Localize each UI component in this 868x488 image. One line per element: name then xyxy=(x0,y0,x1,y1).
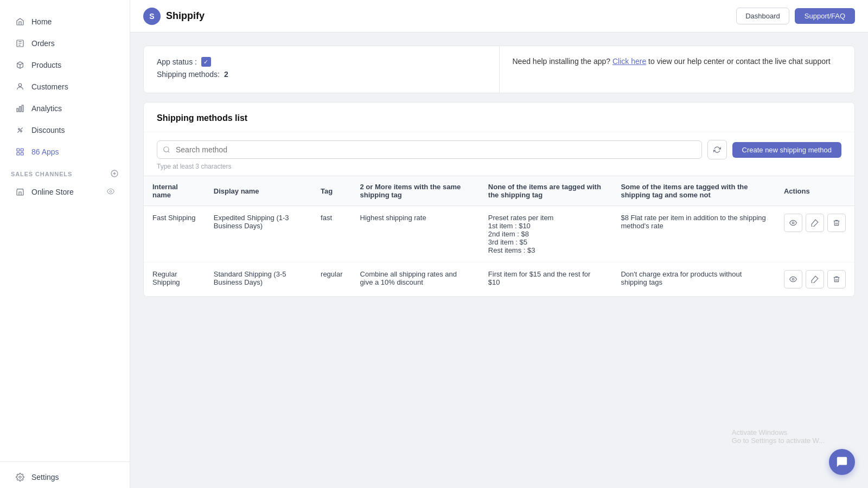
create-shipping-method-button[interactable]: Create new shipping method xyxy=(732,142,842,158)
sidebar-nav-settings[interactable]: Settings xyxy=(4,467,125,487)
cell-col-some: Don't charge extra for products without … xyxy=(612,262,775,297)
sidebar-nav-customers[interactable]: Customers xyxy=(4,76,125,97)
col-header-more: 2 or More items with the same shipping t… xyxy=(352,176,480,206)
shipping-methods-count: 2 xyxy=(224,70,228,79)
panel-title: Shipping methods list xyxy=(157,113,247,123)
col-header-tag: Tag xyxy=(312,176,351,206)
cell-col-some: $8 Flat rate per item in addition to the… xyxy=(612,206,775,262)
sidebar-orders-label: Orders xyxy=(31,39,55,48)
svg-rect-8 xyxy=(21,149,23,151)
cell-internal-name: Regular Shipping xyxy=(144,262,205,297)
svg-point-1 xyxy=(18,84,21,86)
analytics-icon xyxy=(15,104,25,113)
apps-icon xyxy=(15,147,25,157)
products-icon xyxy=(15,60,25,70)
cell-actions xyxy=(775,206,854,262)
sidebar-nav-apps[interactable]: 86 Apps xyxy=(4,142,125,162)
brand: S Shippify xyxy=(143,8,205,25)
sidebar-nav-discounts[interactable]: Discounts xyxy=(4,120,125,140)
svg-rect-4 xyxy=(22,105,23,112)
search-input[interactable] xyxy=(176,141,701,158)
info-card-left: App status : ✓ Shipping methods: 2 xyxy=(144,46,500,93)
edit-button[interactable] xyxy=(806,270,824,288)
panel-header: Shipping methods list xyxy=(144,102,854,132)
shipping-table: Internal name Display name Tag 2 or More… xyxy=(144,176,854,297)
col-header-internal: Internal name xyxy=(144,176,205,206)
app-status-label: App status : xyxy=(157,57,197,66)
svg-rect-10 xyxy=(21,152,23,155)
info-card: App status : ✓ Shipping methods: 2 Need … xyxy=(143,46,855,93)
sidebar-bottom: Settings xyxy=(0,461,130,488)
col-header-display: Display name xyxy=(205,176,312,206)
sidebar-nav-products[interactable]: Products xyxy=(4,55,125,75)
app-status-checkbox: ✓ xyxy=(201,57,211,67)
delete-button[interactable] xyxy=(827,214,846,232)
view-button[interactable] xyxy=(784,270,802,288)
svg-rect-9 xyxy=(17,152,20,155)
sidebar-discounts-label: Discounts xyxy=(31,126,65,134)
svg-point-14 xyxy=(164,147,169,152)
help-suffix: to view our help center or contact the l… xyxy=(648,57,830,66)
help-link[interactable]: Click here xyxy=(612,57,646,66)
sidebar-nav-orders[interactable]: Orders xyxy=(4,33,125,54)
cell-tag: regular xyxy=(312,262,351,297)
add-sales-channel-icon[interactable] xyxy=(110,169,119,179)
customers-icon xyxy=(15,82,25,92)
search-hint: Type at least 3 characters xyxy=(144,163,854,176)
main-content: S Shippify Dashboard Support/FAQ App sta… xyxy=(130,0,868,488)
dashboard-button[interactable]: Dashboard xyxy=(736,8,789,24)
shipping-methods-label: Shipping methods: xyxy=(157,70,220,79)
cell-tag: fast xyxy=(312,206,351,262)
brand-name: Shippify xyxy=(166,10,205,22)
cell-col-more: Highest shipping rate xyxy=(352,206,480,262)
shipping-methods-panel: Shipping methods list Create new xyxy=(143,102,855,297)
table-row: Fast Shipping Expedited Shipping (1-3 Bu… xyxy=(144,206,854,262)
sales-channels-section: SALES CHANNELS xyxy=(0,163,130,181)
svg-point-13 xyxy=(19,476,21,478)
app-status-row: App status : ✓ xyxy=(157,57,486,67)
sidebar-online-store[interactable]: Online Store xyxy=(4,182,125,202)
search-bar-row: Create new shipping method xyxy=(144,132,854,163)
svg-point-15 xyxy=(792,222,794,224)
svg-rect-3 xyxy=(20,107,21,112)
search-icon xyxy=(157,146,176,153)
sidebar-customers-label: Customers xyxy=(31,82,68,91)
svg-point-5 xyxy=(18,129,20,130)
orders-icon xyxy=(15,38,25,48)
sidebar-home-label: Home xyxy=(31,17,52,26)
col-header-none: None of the items are tagged with the sh… xyxy=(480,176,612,206)
svg-rect-2 xyxy=(17,108,18,112)
col-header-some: Some of the items are tagged with the sh… xyxy=(612,176,775,206)
online-store-icon xyxy=(15,187,25,197)
cell-display-name: Standard Shipping (3-5 Business Days) xyxy=(205,262,312,297)
sidebar-nav-home[interactable]: Home xyxy=(4,11,125,32)
online-store-label: Online Store xyxy=(31,188,74,196)
cell-col-more: Combine all shipping rates and give a 10… xyxy=(352,262,480,297)
refresh-button[interactable] xyxy=(707,140,727,159)
cell-col-none: Preset rates per item1st item : $102nd i… xyxy=(480,206,612,262)
chat-bubble[interactable] xyxy=(829,449,855,475)
edit-button[interactable] xyxy=(806,214,824,232)
topbar: S Shippify Dashboard Support/FAQ xyxy=(130,0,868,33)
brand-icon: S xyxy=(143,8,161,25)
search-wrapper xyxy=(157,140,702,159)
svg-rect-7 xyxy=(17,149,20,151)
delete-button[interactable] xyxy=(827,270,846,288)
sidebar-products-label: Products xyxy=(31,61,61,69)
support-faq-button[interactable]: Support/FAQ xyxy=(795,8,855,24)
svg-point-12 xyxy=(110,190,112,192)
view-button[interactable] xyxy=(784,214,802,232)
cell-col-none: First item for $15 and the rest for $10 xyxy=(480,262,612,297)
settings-icon xyxy=(15,472,25,482)
eye-icon[interactable] xyxy=(107,188,114,197)
cell-internal-name: Fast Shipping xyxy=(144,206,205,262)
cell-actions xyxy=(775,262,854,297)
sidebar-apps-label: 86 Apps xyxy=(31,147,59,156)
content-area: App status : ✓ Shipping methods: 2 Need … xyxy=(130,33,868,488)
sidebar-nav-analytics[interactable]: Analytics xyxy=(4,98,125,119)
info-card-right: Need help installing the app? Click here… xyxy=(500,46,855,93)
shipping-methods-row: Shipping methods: 2 xyxy=(157,70,486,79)
cell-display-name: Expedited Shipping (1-3 Business Days) xyxy=(205,206,312,262)
sidebar-analytics-label: Analytics xyxy=(31,104,62,113)
svg-point-6 xyxy=(21,131,22,132)
